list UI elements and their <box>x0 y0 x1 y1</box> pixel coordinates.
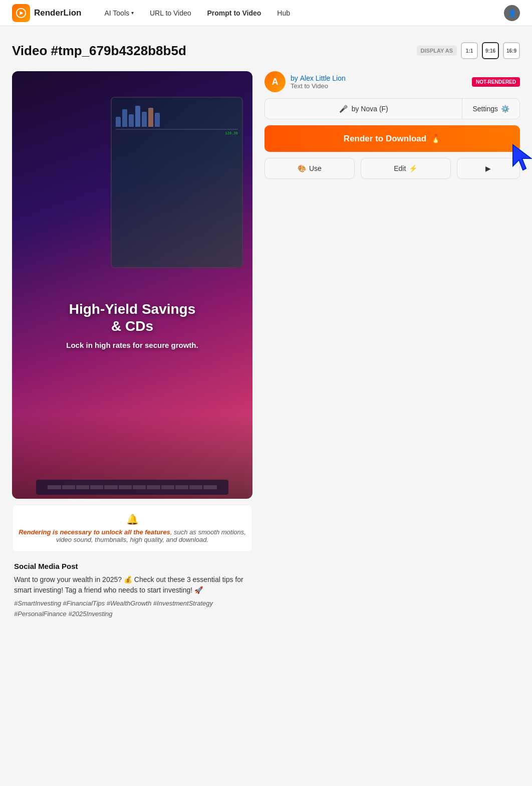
price-display: 120.30 <box>116 131 238 135</box>
use-button[interactable]: 🎨 Use <box>264 158 355 179</box>
author-avatar: A <box>264 71 286 92</box>
nav-ai-tools[interactable]: AI Tools ▾ <box>97 6 141 20</box>
chevron-down-icon: ▾ <box>131 10 134 16</box>
display-as-group: DISPLAY AS 1:1 9:16 16:9 <box>417 42 520 59</box>
gear-icon: ⚙️ <box>501 105 509 113</box>
render-to-download-button[interactable]: Render to Download 🔥 <box>264 125 520 152</box>
action-row: 🎨 Use Edit ⚡ ▶ <box>264 158 520 179</box>
fire-icon: 🔥 <box>430 133 441 144</box>
voice-row: 🎤 by Nova (F) Settings ⚙️ <box>264 98 520 119</box>
video-subtitle: Lock in high rates for secure growth. <box>24 341 240 349</box>
svg-marker-2 <box>513 145 531 170</box>
author-name: by Alex Little Lion <box>291 74 467 82</box>
video-panel: 120.30 <box>12 71 252 620</box>
author-row: A by Alex Little Lion Text to Video NOT-… <box>264 71 520 92</box>
main-content: Video #tmp_679b4328b8b5d DISPLAY AS 1:1 … <box>0 26 532 636</box>
not-rendered-badge: NOT-RENDERED <box>472 77 520 87</box>
social-body: Want to grow your wealth in 2025? 💰 Chec… <box>14 574 250 596</box>
nav-prompt-to-video[interactable]: Prompt to Video <box>200 6 269 20</box>
logo-icon <box>12 4 30 22</box>
display-as-label: DISPLAY AS <box>417 46 457 56</box>
controls-panel: A by Alex Little Lion Text to Video NOT-… <box>264 71 520 620</box>
social-hashtags: #SmartInvesting #FinancialTips #WealthGr… <box>14 599 250 620</box>
video-overlay-content: High-Yield Savings & CDs Lock in high ra… <box>12 301 252 349</box>
logo-text: RenderLion <box>34 8 81 18</box>
nav-hub[interactable]: Hub <box>270 6 297 20</box>
voice-button[interactable]: 🎤 by Nova (F) <box>265 99 462 119</box>
social-section: Social Media Post Want to grow your weal… <box>12 562 252 620</box>
social-label: Social Media Post <box>14 562 250 570</box>
nav-links: AI Tools ▾ URL to Video Prompt to Video … <box>97 6 504 20</box>
navbar: RenderLion AI Tools ▾ URL to Video Promp… <box>0 0 532 26</box>
more-icon: ▶ <box>485 164 491 172</box>
video-preview: 120.30 <box>12 71 252 499</box>
ratio-9-16-button[interactable]: 9:16 <box>482 42 499 59</box>
user-avatar[interactable]: 👤 <box>504 5 520 21</box>
content-grid: 120.30 <box>12 71 520 620</box>
nav-logo[interactable]: RenderLion <box>12 4 81 22</box>
svg-marker-1 <box>20 11 23 15</box>
nav-url-to-video[interactable]: URL to Video <box>143 6 198 20</box>
settings-button[interactable]: Settings ⚙️ <box>462 99 519 119</box>
render-notice-text: Rendering is necessary to unlock all the… <box>17 528 248 543</box>
palette-icon: 🎨 <box>298 164 306 172</box>
ratio-16-9-button[interactable]: 16:9 <box>503 42 520 59</box>
mic-icon: 🎤 <box>339 105 348 113</box>
edit-icon: ⚡ <box>409 164 417 172</box>
page-title: Video #tmp_679b4328b8b5d <box>12 43 417 59</box>
author-info: by Alex Little Lion Text to Video <box>291 74 467 90</box>
page-header: Video #tmp_679b4328b8b5d DISPLAY AS 1:1 … <box>12 42 520 59</box>
author-subtitle: Text to Video <box>291 82 467 90</box>
cursor-pointer <box>511 143 532 172</box>
render-notice: 🔔 Rendering is necessary to unlock all t… <box>12 505 252 552</box>
bell-icon: 🔔 <box>17 513 248 525</box>
edit-button[interactable]: Edit ⚡ <box>361 158 451 179</box>
video-main-title: High-Yield Savings & CDs <box>24 301 240 334</box>
ratio-1-1-button[interactable]: 1:1 <box>461 42 478 59</box>
render-button-container: Render to Download 🔥 <box>264 125 520 152</box>
